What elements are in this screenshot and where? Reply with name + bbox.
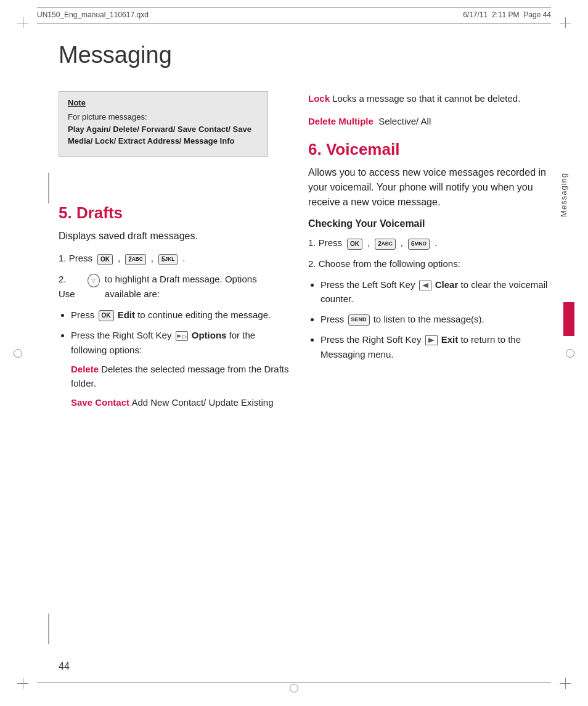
key-ok-1: OK: [97, 254, 113, 265]
svg-marker-2: [428, 338, 435, 343]
reg-circle-bottom: [290, 684, 298, 692]
section6-step1: 1. Press OK , 2ABC , 6MNO .: [308, 236, 561, 250]
reg-mark-br: [560, 678, 571, 689]
key-5jkl: 5JKL: [158, 254, 178, 265]
section5-bullets: Press OK Edit to continue editing the me…: [59, 308, 293, 410]
section5-heading: 5. Drafts: [59, 203, 293, 223]
lock-section: Lock Locks a message so that it cannot b…: [308, 91, 561, 129]
page-number: 44: [59, 661, 70, 672]
bullet-send: Press SEND to listen to the message(s).: [321, 312, 561, 326]
section6-step2: 2. Choose from the following options:: [308, 257, 561, 271]
sidebar-accent: [563, 302, 574, 336]
bullet-edit: Press OK Edit to continue editing the me…: [71, 308, 293, 322]
key-6mno: 6MNO: [408, 239, 430, 250]
key-2abc-2: 2ABC: [375, 239, 396, 250]
header-bar: UN150_Eng_manual_110617.qxd 6/17/11 2:11…: [37, 7, 551, 19]
note-title: Note: [68, 98, 259, 107]
section6-bullets: Press the Left Soft Key Clear to clear t…: [308, 277, 561, 361]
note-body: For picture messages: Play Again/ Delete…: [68, 111, 259, 147]
checking-title: Checking Your Voicemail: [308, 218, 561, 229]
header-filename: UN150_Eng_manual_110617.qxd: [37, 10, 149, 19]
page-title: Messaging: [59, 42, 172, 68]
reg-mark-bl: [17, 678, 28, 689]
right-softkey-icon-2: [425, 335, 438, 345]
svg-marker-1: [422, 283, 428, 288]
svg-marker-0: [177, 334, 181, 338]
section6-intro: Allows you to access new voice messages …: [308, 165, 561, 210]
reg-circle-right: [566, 349, 574, 358]
send-key: SEND: [348, 314, 370, 326]
divider-bottom: [48, 614, 49, 644]
key-ok-3: OK: [347, 239, 362, 250]
left-softkey-icon: [419, 281, 431, 290]
bullet-clear: Press the Left Soft Key Clear to clear t…: [321, 277, 561, 306]
reg-circle-left: [14, 349, 22, 358]
subbullet-delete: Delete Deletes the selected message from…: [71, 362, 293, 391]
subbullet-save-contact: Save Contact Add New Contact/ Update Exi…: [71, 395, 293, 409]
section5-intro: Displays saved draft messages.: [59, 229, 293, 244]
note-box: Note For picture messages: Play Again/ D…: [59, 91, 268, 157]
header-datetime: 6/17/11 2:11 PM Page 44: [463, 10, 551, 19]
bottom-border: [37, 682, 551, 683]
section5-step1: 1. Press OK , 2ABC , 5JKL .: [59, 251, 293, 266]
section5-step2: 2. Use ▽ to highlight a Draft message. O…: [59, 272, 293, 302]
col-right: Lock Locks a message so that it cannot b…: [308, 91, 561, 367]
section6-heading: 6. Voicemail: [308, 140, 561, 159]
divider-top: [48, 173, 49, 203]
col-left: 5. Drafts Displays saved draft messages.…: [59, 203, 293, 416]
reg-mark-tl: [17, 17, 28, 28]
bullet-options: Press the Right Soft Key Options for the…: [71, 328, 293, 409]
key-ok-2: OK: [99, 310, 114, 321]
top-border: [37, 23, 551, 24]
reg-mark-tr: [560, 17, 571, 28]
right-softkey-icon: [176, 331, 188, 341]
bullet-exit: Press the Right Soft Key Exit to return …: [321, 332, 561, 361]
key-2abc: 2ABC: [125, 254, 146, 265]
nav-icon: ▽: [88, 274, 100, 287]
